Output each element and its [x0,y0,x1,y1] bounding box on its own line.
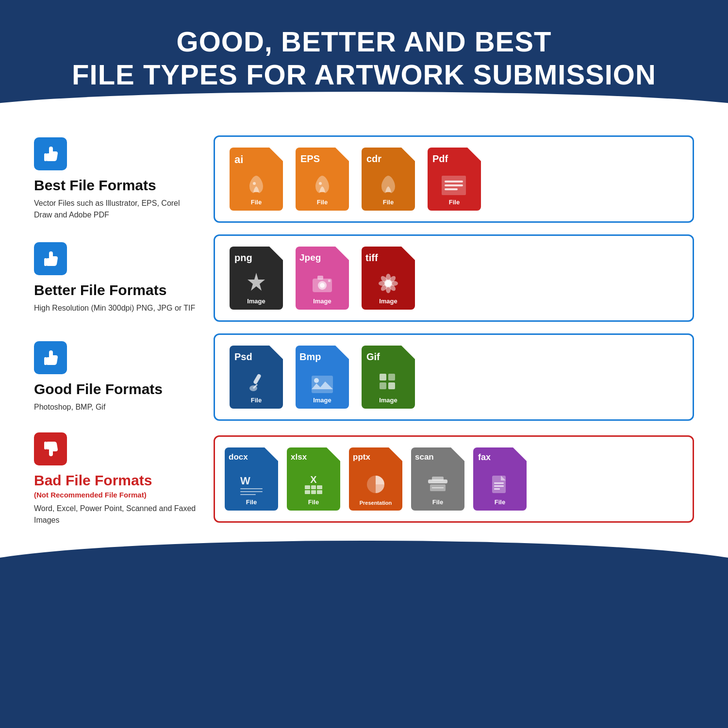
svg-marker-4 [248,273,265,291]
svg-rect-25 [380,374,386,381]
thumbs-up-icon-good [34,341,67,374]
file-fax: fax File [473,447,527,511]
good-row: Good File Formats Photoshop, BMP, Gif Ps… [34,333,694,421]
svg-rect-9 [328,280,331,282]
bad-subtitle: (Not Recommended File Format) [34,491,147,499]
svg-rect-23 [312,376,333,393]
svg-rect-33 [432,477,444,480]
best-row: Best File Formats Vector Files such as I… [34,135,694,223]
svg-rect-21 [253,373,262,384]
svg-rect-36 [494,482,504,484]
file-tiff: tiff [362,247,415,310]
file-bmp: Bmp Image [296,346,349,409]
svg-point-24 [314,378,319,383]
good-desc: Photoshop, BMP, Gif [34,401,105,413]
thumbs-up-icon-best [34,137,67,170]
bad-row: Bad File Formats (Not Recommended File F… [34,432,694,526]
file-pptx: pptx Presentation [349,447,402,511]
bad-desc: Word, Excel, Power Point, Scanned and Fa… [34,503,199,526]
file-docx: docx W File [225,447,278,511]
svg-rect-38 [494,488,500,490]
file-png: png Image [230,247,283,310]
better-title: Better File Formats [34,282,166,298]
best-title: Best File Formats [34,177,156,194]
better-left: Better File Formats High Resolution (Min… [34,242,214,314]
svg-rect-37 [494,485,504,487]
svg-rect-20 [44,357,47,365]
svg-point-2 [319,182,322,185]
svg-rect-8 [317,276,323,280]
better-row: Better File Formats High Resolution (Min… [34,234,694,322]
best-left: Best File Formats Vector Files such as I… [34,137,214,221]
file-jpeg: Jpeg Image [296,247,349,310]
thumbs-down-icon-bad [34,432,67,465]
better-files: png Image Jpeg [214,234,694,322]
file-pdf: Pdf File [428,148,481,211]
file-eps: EPS File [296,148,349,211]
svg-rect-26 [388,374,395,381]
good-files: Psd File Bmp [214,333,694,421]
svg-rect-0 [44,153,47,161]
svg-rect-35 [492,476,506,493]
svg-point-7 [320,283,325,288]
svg-rect-3 [44,258,47,266]
bad-left: Bad File Formats (Not Recommended File F… [34,432,214,526]
best-files: ai File EPS [214,135,694,223]
header-title: GOOD, BETTER AND BEST FILE TYPES FOR ART… [39,25,689,92]
svg-rect-28 [388,382,395,389]
header: GOOD, BETTER AND BEST FILE TYPES FOR ART… [0,0,728,92]
thumbs-up-icon-better [34,242,67,275]
file-ai: ai File [230,148,283,211]
good-left: Good File Formats Photoshop, BMP, Gif [34,341,214,413]
best-desc: Vector Files such as Illustrator, EPS, C… [34,198,199,221]
content-area: Best File Formats Vector Files such as I… [0,131,728,541]
svg-rect-29 [44,442,47,449]
bad-title: Bad File Formats [34,472,152,489]
svg-point-1 [253,182,256,185]
good-title: Good File Formats [34,381,163,397]
svg-rect-27 [380,382,386,389]
file-scan: scan File [411,447,464,511]
file-psd: Psd File [230,346,283,409]
file-gif: Gif Image [362,346,415,409]
bad-files: docx W File xlsx [214,435,694,523]
file-xlsx: xlsx X [287,447,340,511]
file-cdr: cdr File [362,148,415,211]
better-desc: High Resolution (Min 300dpi) PNG, JPG or… [34,302,195,314]
svg-point-19 [385,281,391,286]
